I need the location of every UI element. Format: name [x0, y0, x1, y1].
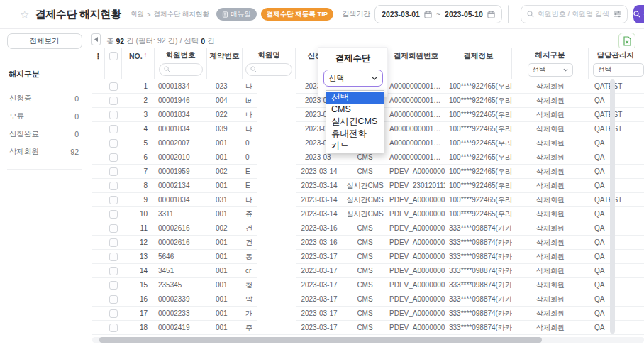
row-checkbox[interactable]	[109, 238, 118, 247]
table-row[interactable]: 13 5646 001 동 2023-03-17 CMS PDEV_A00000…	[92, 250, 644, 264]
cell-member-no: 00002007	[155, 139, 207, 147]
row-checkbox[interactable]	[109, 125, 118, 133]
row-checkbox[interactable]	[109, 309, 118, 318]
filter-label: 신청중	[9, 94, 32, 104]
cell-apply-date: 2023-03-17	[296, 309, 343, 317]
calendar-icon[interactable]	[424, 11, 432, 18]
breadcrumb-separator: >	[147, 11, 151, 18]
column-termination-type[interactable]: 해지구분 선택	[512, 48, 589, 79]
manager-filter-select[interactable]: 선택	[593, 63, 644, 77]
dropdown-option[interactable]: 실시간CMS	[326, 116, 384, 128]
cell-manager: QATEST	[589, 82, 644, 90]
date-to-value[interactable]: 2023-05-10	[445, 10, 483, 18]
cell-termination-type: 삭제회원	[512, 252, 589, 262]
payment-reregister-tip-badge[interactable]: 결제수단 재등록 TIP	[261, 8, 334, 21]
cell-pay-member-no: PDEV_A0000000001…	[387, 281, 445, 289]
table-row[interactable]: 12 00002616 001 건 2023-03-16 CMS PDEV_A0…	[92, 236, 644, 250]
cell-pay-info: 100****922465(우리은행)	[445, 209, 512, 219]
row-checkbox[interactable]	[109, 196, 118, 204]
row-checkbox[interactable]	[109, 82, 118, 91]
filter-sliders-icon[interactable]	[613, 11, 621, 18]
cell-apply-date: 2023-03-17	[296, 267, 343, 275]
row-checkbox[interactable]	[109, 182, 118, 190]
column-no[interactable]: NO.↑	[122, 48, 155, 79]
termination-filter-list: 신청중 0 오류 0 신청완료 0 삭제회원 92	[0, 89, 89, 160]
column-drag-handle[interactable]: ⋮	[92, 48, 105, 79]
row-checkbox[interactable]	[109, 253, 118, 261]
row-checkbox[interactable]	[109, 167, 118, 176]
cell-no: 2	[122, 97, 155, 104]
date-from-value[interactable]: 2023-03-01	[382, 10, 420, 18]
table-row[interactable]: 16 00002339 001 약 2023-03-17 CMS PDEV_A0…	[92, 292, 644, 307]
sort-ascending-icon[interactable]: ↑	[144, 51, 147, 58]
row-checkbox[interactable]	[109, 295, 118, 304]
sidebar-filter-item[interactable]: 신청완료 0	[0, 125, 89, 143]
cell-termination-type: 삭제회원	[512, 294, 589, 304]
column-pay-info[interactable]: 결제정보	[445, 48, 512, 79]
cell-manager: QA	[589, 210, 644, 218]
sidebar: 전체보기 해지구분 신청중 0 오류 0 신청완료 0 삭제회원 92	[0, 29, 89, 347]
column-manager[interactable]: 담당관리자 선택	[589, 48, 644, 79]
member-name-filter-input[interactable]	[245, 63, 292, 76]
row-checkbox[interactable]	[109, 281, 118, 290]
cell-termination-type: 삭제회원	[512, 195, 589, 205]
column-pay-member-no[interactable]: 결제회원번호	[387, 48, 445, 79]
date-range-separator: ~	[436, 10, 440, 18]
row-checkbox[interactable]	[109, 224, 118, 233]
row-checkbox[interactable]	[109, 153, 118, 162]
sidebar-filter-item[interactable]: 오류 0	[0, 107, 89, 125]
cell-manager: QA	[589, 295, 644, 303]
manual-badge[interactable]: 매뉴얼	[216, 8, 257, 21]
calendar-icon[interactable]	[487, 11, 495, 18]
date-range-input[interactable]: 2023-03-01 ~ 2023-05-10	[374, 5, 502, 23]
column-member-name[interactable]: 회원명	[243, 48, 296, 79]
termination-type-filter-select[interactable]: 선택	[528, 63, 573, 77]
sidebar-filter-item[interactable]: 삭제회원 92	[0, 143, 89, 160]
row-checkbox[interactable]	[109, 139, 118, 148]
breadcrumb-root[interactable]: 회원	[131, 10, 144, 19]
table-row[interactable]: 15 235345 001 청 2023-03-17 CMS PDEV_A000…	[92, 278, 644, 292]
row-checkbox[interactable]	[109, 111, 118, 119]
column-contract-no[interactable]: 계약번호	[207, 48, 243, 79]
select-all-checkbox[interactable]	[109, 52, 118, 60]
filter-label: 신청완료	[9, 129, 39, 139]
cell-member-no: 00002616	[155, 238, 207, 246]
row-checkbox[interactable]	[109, 267, 118, 275]
dropdown-option[interactable]: CMS	[326, 104, 384, 116]
sidebar-collapse-button[interactable]	[91, 33, 101, 45]
table-row[interactable]: 8 00002134 001 E 2023-03-14 실시간CMS PDEV_…	[92, 179, 644, 193]
table-row[interactable]: 14 3451 001 cr 2023-03-17 CMS PDEV_A0000…	[92, 264, 644, 278]
cell-pay-info: 333****098874(카카오뱅크)	[445, 280, 512, 290]
table-row[interactable]: 10 3311 001 쥬 2023-03-14 실시간CMS PDEV_A00…	[92, 207, 644, 221]
member-search-input[interactable]: 회원번호 / 회원명 검색	[521, 5, 628, 23]
sidebar-filter-item[interactable]: 신청중 0	[0, 89, 89, 107]
horizontal-scrollbar-thumb[interactable]	[99, 337, 542, 343]
search-placeholder: 회원번호 / 회원명 검색	[538, 9, 609, 19]
favorite-star-icon[interactable]: ☆	[20, 9, 29, 20]
table-row[interactable]: 11 00002616 002 건 2023-03-16 CMS PDEV_A0…	[92, 221, 644, 236]
table-row[interactable]: 7 00001959 002 E 2023-03-14 CMS PDEV_A00…	[92, 165, 644, 179]
cell-contract-no: 001	[207, 182, 243, 189]
quick-date-button[interactable]: 오늘	[509, 6, 509, 23]
cell-manager: QATEST	[589, 196, 644, 204]
view-all-button[interactable]: 전체보기	[7, 33, 82, 49]
row-checkbox[interactable]	[109, 324, 118, 332]
table-row[interactable]: 17 00002233 001 가 2023-03-17 CMS PDEV_A0…	[92, 307, 644, 321]
pay-method-filter-select[interactable]: 선택	[323, 70, 383, 87]
search-button[interactable]: 검색	[633, 5, 644, 23]
table-row[interactable]: 9 00001834 031 나 2023-03-14 실시간CMS PDEV_…	[92, 193, 644, 207]
table-row[interactable]: 18 00002419 001 주 2023-03-17 CMS PDEV_A0…	[92, 321, 644, 335]
cell-manager: QA	[589, 324, 644, 331]
cell-no: 13	[122, 253, 155, 260]
excel-download-button[interactable]	[618, 33, 635, 50]
vertical-scrollbar[interactable]	[610, 79, 615, 334]
dropdown-option[interactable]: 카드	[326, 140, 384, 152]
cell-member-no: 00002134	[155, 182, 207, 189]
pay-method-column-title: 결제수단	[318, 53, 387, 65]
column-member-no[interactable]: 회원번호	[155, 48, 207, 79]
row-checkbox[interactable]	[109, 210, 118, 219]
dropdown-option[interactable]: 선택	[326, 92, 384, 104]
row-checkbox[interactable]	[109, 97, 118, 105]
member-no-filter-input[interactable]	[159, 63, 203, 76]
dropdown-option[interactable]: 휴대전화	[326, 128, 384, 140]
